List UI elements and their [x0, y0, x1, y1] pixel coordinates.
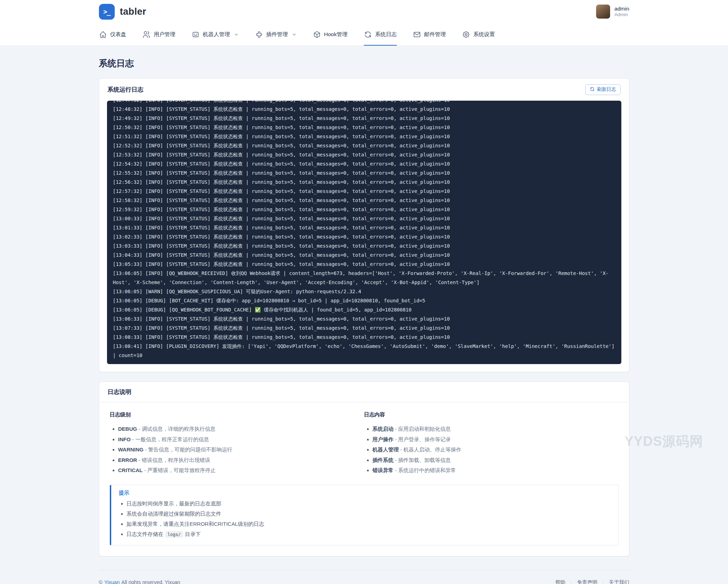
legend-item: 机器人管理 - 机器人启动、停止等操作 — [373, 444, 619, 455]
watermark: YYDS源码网 — [625, 432, 703, 450]
code-chip: logs/ — [165, 531, 183, 538]
legend-column-1: 日志内容系统启动 - 应用启动和初始化信息用户操作 - 用户登录、操作等记录机器… — [364, 411, 619, 476]
nav-item-settings[interactable]: 系统设置 — [462, 23, 495, 46]
log-line: [13:00:33] [INFO] [SYSTEM_STATUS] 系统状态检查… — [113, 214, 615, 223]
log-line: [12:48:32] [INFO] [SYSTEM_STATUS] 系统状态检查… — [113, 105, 615, 114]
nav-item-label: 系统设置 — [473, 31, 495, 38]
log-line: [13:01:33] [INFO] [SYSTEM_STATUS] 系统状态检查… — [113, 223, 615, 232]
legend-column-heading: 日志级别 — [110, 411, 364, 418]
nav-item-label: 邮件管理 — [424, 31, 446, 38]
app-header: >_ tabler admin Admin — [0, 0, 728, 23]
avatar — [596, 5, 610, 19]
legend-term: CRITICAL — [118, 467, 143, 473]
copyright-text: All rights reserved. Yixuan — [121, 579, 180, 584]
mail-icon — [413, 31, 421, 39]
nav-item-label: 插件管理 — [266, 31, 288, 38]
log-line: [12:52:32] [INFO] [SYSTEM_STATUS] 系统状态检查… — [113, 141, 615, 150]
footer-link-separator: · — [602, 579, 604, 584]
refresh-icon — [590, 87, 595, 93]
legend-columns: 日志级别DEBUG - 调试信息，详细的程序执行信息INFO - 一般信息，程序… — [99, 402, 629, 476]
legend-item: WARNING - 警告信息，可能的问题但不影响运行 — [118, 444, 364, 455]
page-title: 系统日志 — [99, 58, 629, 69]
legend-term: 用户操作 — [373, 436, 394, 442]
footer-links: 帮助·免责声明·关于我们 — [555, 579, 629, 584]
user-menu[interactable]: admin Admin — [596, 5, 629, 19]
refresh-logs-label: 刷新日志 — [597, 86, 616, 93]
nav-item-plugins[interactable]: 插件管理 — [255, 23, 297, 46]
tip-item: 日志文件存储在logs/目录下 — [127, 529, 610, 539]
settings-icon — [462, 31, 470, 39]
user-name: admin — [614, 5, 629, 12]
nav-item-label: 仪表盘 — [110, 31, 127, 38]
log-line: [13:02:33] [INFO] [SYSTEM_STATUS] 系统状态检查… — [113, 232, 615, 241]
footer: © Yixuan All rights reserved. Yixuan 帮助·… — [99, 570, 629, 584]
log-card-title: 系统运行日志 — [108, 86, 143, 94]
log-line: [13:08:41] [INFO] [PLUGIN_DISCOVERY] 发现插… — [113, 342, 615, 360]
home-icon — [99, 31, 107, 39]
system-log-card: 系统运行日志 刷新日志 [12:47:32] [INFO] [SYSTEM_ST… — [99, 78, 629, 372]
copyright-symbol: © — [99, 579, 103, 584]
nav-item-mail[interactable]: 邮件管理 — [413, 23, 446, 46]
legend-item: ERROR - 错误信息，程序执行出现错误 — [118, 455, 364, 465]
legend-card-title: 日志说明 — [108, 388, 132, 396]
log-line: [12:54:32] [INFO] [SYSTEM_STATUS] 系统状态检查… — [113, 159, 615, 168]
log-line: [13:05:33] [INFO] [SYSTEM_STATUS] 系统状态检查… — [113, 260, 615, 269]
legend-term: DEBUG — [118, 426, 137, 432]
log-line: [13:06:05] [INFO] [QQ_WEBHOOK_RECEIVED] … — [113, 269, 615, 287]
robot-icon — [192, 31, 200, 39]
nav-item-users[interactable]: 用户管理 — [142, 23, 175, 46]
legend-term: ERROR — [118, 457, 137, 463]
log-line: [13:06:05] [WARN] [QQ_WEBHOOK_SUSPICIOUS… — [113, 287, 615, 296]
nav-item-dashboard[interactable]: 仪表盘 — [99, 23, 127, 46]
footer-link-2[interactable]: 关于我们 — [609, 579, 629, 584]
legend-item: 插件系统 - 插件加载、卸载等信息 — [373, 455, 619, 465]
package-icon — [313, 31, 321, 39]
legend-item: 系统启动 - 应用启动和初始化信息 — [373, 424, 619, 434]
nav-item-label: 用户管理 — [154, 31, 175, 38]
copyright: © Yixuan All rights reserved. Yixuan — [99, 579, 180, 584]
tip-item: 系统会自动清理超过保留期限的日志文件 — [127, 509, 610, 519]
log-line: [13:06:05] [DEBUG] [QQ_WEBHOOK_BOT_FOUND… — [113, 305, 615, 314]
footer-link-0[interactable]: 帮助 — [555, 579, 566, 584]
legend-item: DEBUG - 调试信息，详细的程序执行信息 — [118, 424, 364, 434]
log-line: [13:06:33] [INFO] [SYSTEM_STATUS] 系统状态检查… — [113, 314, 615, 323]
log-legend-card: 日志说明 日志级别DEBUG - 调试信息，详细的程序执行信息INFO - 一般… — [99, 382, 629, 556]
user-role: Admin — [614, 12, 629, 18]
legend-term: 系统启动 — [373, 426, 394, 432]
log-line: [12:57:32] [INFO] [SYSTEM_STATUS] 系统状态检查… — [113, 187, 615, 196]
nav-item-logs[interactable]: 系统日志 — [364, 23, 397, 46]
legend-column-0: 日志级别DEBUG - 调试信息，详细的程序执行信息INFO - 一般信息，程序… — [110, 411, 364, 476]
company-link[interactable]: Yixuan — [104, 579, 120, 584]
nav-items: 仪表盘用户管理机器人管理插件管理Hook管理系统日志邮件管理系统设置 — [99, 23, 629, 46]
terminal-logo-icon: >_ — [99, 4, 115, 20]
legend-item: 用户操作 - 用户登录、操作等记录 — [373, 434, 619, 445]
log-output[interactable]: [12:47:32] [INFO] [SYSTEM_STATUS] 系统状态检查… — [107, 101, 621, 364]
log-line: [13:03:33] [INFO] [SYSTEM_STATUS] 系统状态检查… — [113, 241, 615, 250]
legend-term: 插件系统 — [373, 457, 394, 463]
legend-item: INFO - 一般信息，程序正常运行的信息 — [118, 434, 364, 445]
nav-item-robots[interactable]: 机器人管理 — [192, 23, 239, 46]
tip-box: 提示 日志按时间倒序显示，最新的日志在底部系统会自动清理超过保留期限的日志文件如… — [110, 485, 619, 545]
refresh-logs-button[interactable]: 刷新日志 — [585, 84, 621, 95]
log-line: [12:47:32] [INFO] [SYSTEM_STATUS] 系统状态检查… — [113, 101, 615, 105]
log-line: [13:06:05] [DEBUG] [BOT_CACHE_HIT] 缓存命中:… — [113, 296, 615, 305]
main-nav: 仪表盘用户管理机器人管理插件管理Hook管理系统日志邮件管理系统设置 — [0, 23, 728, 46]
legend-term: 机器人管理 — [373, 447, 399, 452]
log-line: [12:59:32] [INFO] [SYSTEM_STATUS] 系统状态检查… — [113, 205, 615, 214]
legend-item: CRITICAL - 严重错误，可能导致程序停止 — [118, 465, 364, 476]
nav-item-label: Hook管理 — [324, 31, 348, 38]
tip-list: 日志按时间倒序显示，最新的日志在底部系统会自动清理超过保留期限的日志文件如果发现… — [119, 498, 610, 539]
tip-item: 日志按时间倒序显示，最新的日志在底部 — [127, 498, 610, 509]
log-line: [13:04:33] [INFO] [SYSTEM_STATUS] 系统状态检查… — [113, 250, 615, 260]
log-line: [12:56:32] [INFO] [SYSTEM_STATUS] 系统状态检查… — [113, 177, 615, 187]
log-line: [12:51:32] [INFO] [SYSTEM_STATUS] 系统状态检查… — [113, 132, 615, 141]
log-line: [12:50:32] [INFO] [SYSTEM_STATUS] 系统状态检查… — [113, 123, 615, 132]
brand-logo[interactable]: >_ tabler — [99, 4, 146, 20]
nav-item-hooks[interactable]: Hook管理 — [313, 23, 348, 46]
footer-link-1[interactable]: 免责声明 — [577, 579, 597, 584]
legend-column-heading: 日志内容 — [364, 411, 619, 418]
nav-item-label: 系统日志 — [375, 31, 397, 38]
nav-item-label: 机器人管理 — [203, 31, 230, 38]
footer-link-separator: · — [570, 579, 572, 584]
tip-item: 如果发现异常，请重点关注ERROR和CRITICAL级别的日志 — [127, 519, 610, 529]
